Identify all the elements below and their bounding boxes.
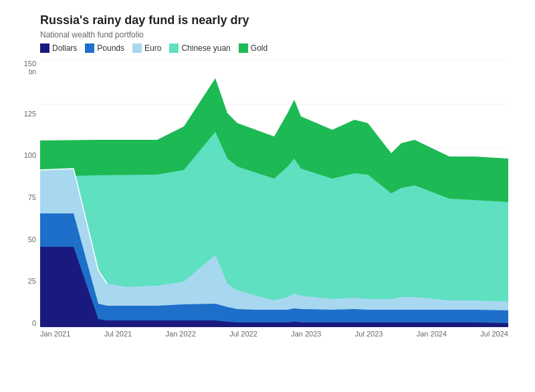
y-label-0: 0 bbox=[7, 319, 36, 327]
legend-color bbox=[85, 43, 94, 53]
chart-subtitle: National wealth fund portfolio bbox=[40, 30, 522, 39]
legend-item-gold: Gold bbox=[239, 43, 268, 53]
y-label-75: 75 bbox=[7, 193, 36, 201]
x-label-jul2024: Jul 2024 bbox=[480, 330, 508, 338]
legend-label: Chinese yuan bbox=[181, 43, 230, 53]
legend-label: Dollars bbox=[52, 43, 77, 53]
y-label-50: 50 bbox=[7, 235, 36, 243]
legend-label: Euro bbox=[144, 43, 161, 53]
legend-item-pounds: Pounds bbox=[85, 43, 124, 53]
y-label-25: 25 bbox=[7, 277, 36, 285]
x-label-jan2021: Jan 2021 bbox=[40, 330, 70, 338]
legend-color bbox=[132, 43, 142, 53]
legend-color bbox=[239, 43, 248, 53]
legend-item-chinese-yuan: Chinese yuan bbox=[169, 43, 230, 53]
x-label-jan2023: Jan 2023 bbox=[291, 330, 321, 338]
chart-svg bbox=[40, 60, 508, 327]
x-label-jan2022: Jan 2022 bbox=[166, 330, 196, 338]
y-label-125: 125 bbox=[7, 110, 36, 118]
x-label-jul2023: Jul 2023 bbox=[355, 330, 383, 338]
legend-label: Pounds bbox=[97, 43, 124, 53]
y-label-100: 100 bbox=[7, 151, 36, 159]
x-label-jul2022: Jul 2022 bbox=[229, 330, 257, 338]
chart-title: Russia's rainy day fund is nearly dry bbox=[40, 13, 522, 27]
legend: DollarsPoundsEuroChinese yuanGold bbox=[40, 43, 522, 53]
legend-item-dollars: Dollars bbox=[40, 43, 77, 53]
x-label-jan2024: Jan 2024 bbox=[417, 330, 447, 338]
chart-container: Russia's rainy day fund is nearly dry Na… bbox=[0, 0, 535, 392]
y-label-150: 150bn bbox=[7, 60, 36, 76]
x-label-jul2021: Jul 2021 bbox=[104, 330, 132, 338]
legend-item-euro: Euro bbox=[132, 43, 161, 53]
legend-color bbox=[40, 43, 49, 53]
legend-label: Gold bbox=[251, 43, 268, 53]
legend-color bbox=[169, 43, 179, 53]
